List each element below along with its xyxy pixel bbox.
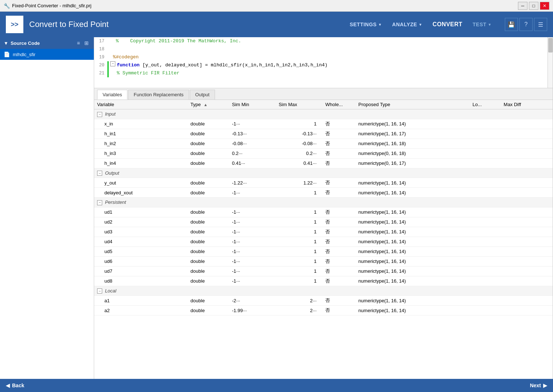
table-row: ud5 double -1··· 1 否 numerictype(1, 16, … [94, 247, 553, 256]
cell-whole: 否 [322, 227, 356, 237]
cell-simmax: 1 [276, 237, 322, 247]
tab-bar: Variables Function Replacements Output [94, 88, 553, 100]
cell-variable: x_in [94, 119, 188, 129]
sidebar-item-mlhdlc-sfir[interactable]: 📄 mlhdlc_sfir [0, 49, 94, 60]
cell-simmin: -1··· [229, 119, 276, 129]
col-header-simmax: Sim Max [276, 100, 322, 109]
table-row: delayed_xout double -1··· 1 否 numerictyp… [94, 188, 553, 198]
cell-whole: 否 [322, 148, 356, 158]
test-button[interactable]: TEST ▼ [468, 19, 496, 30]
table-row: a1 double -2··· 2··· 否 numerictype(1, 16… [94, 296, 553, 306]
title-bar-left: 🔧 Fixed-Point Converter - mlhdlc_sfir.pr… [4, 3, 91, 9]
cell-type: double [188, 148, 229, 158]
cell-variable: ud7 [94, 266, 188, 276]
cell-simmin: -1.99··· [229, 306, 276, 315]
close-button[interactable]: ✕ [540, 2, 549, 10]
col-header-maxdiff: Max Diff [501, 100, 553, 109]
cell-maxdiff [501, 306, 553, 315]
cell-lo [470, 217, 501, 227]
table-row: a2 double -1.99··· 2··· 否 numerictype(1,… [94, 306, 553, 315]
cell-whole: 否 [322, 129, 356, 139]
cell-maxdiff [501, 247, 553, 256]
cell-whole: 否 [322, 178, 356, 188]
collapse-icon[interactable]: ▼ [4, 40, 8, 46]
cell-proposed: numerictype(1, 16, 14) [356, 256, 470, 266]
cell-lo [470, 158, 501, 168]
cell-proposed: numerictype(1, 16, 18) [356, 139, 470, 148]
cell-proposed: numerictype(1, 16, 14) [356, 217, 470, 227]
toolbar: >> Convert to Fixed Point SETTINGS ▼ ANA… [0, 12, 553, 37]
cell-whole: 否 [322, 119, 356, 129]
cell-proposed: numerictype(1, 16, 14) [356, 188, 470, 198]
cell-type: double [188, 207, 229, 217]
analyze-button[interactable]: ANALYZE ▼ [388, 19, 427, 30]
cell-variable: a1 [94, 296, 188, 306]
cell-proposed: numerictype(1, 16, 14) [356, 247, 470, 256]
cell-whole: 否 [322, 296, 356, 306]
cell-lo [470, 266, 501, 276]
cell-maxdiff [501, 227, 553, 237]
expand-group-icon[interactable]: − [97, 200, 102, 205]
next-arrow-icon: ▶ [543, 383, 547, 388]
sidebar: ▼ Source Code ≡ ⊞ 📄 mlhdlc_sfir [0, 37, 94, 379]
cell-simmax: 1.22··· [276, 178, 322, 188]
test-chevron-icon: ▼ [488, 23, 492, 27]
cell-variable: ud8 [94, 276, 188, 286]
menu-button[interactable]: ☰ [534, 18, 547, 31]
help-button[interactable]: ? [519, 18, 533, 31]
expand-code-icon[interactable]: − [110, 61, 115, 66]
cell-simmin: -1··· [229, 237, 276, 247]
list-view-button[interactable]: ≡ [76, 39, 81, 47]
cell-type: double [188, 217, 229, 227]
table-row: ud6 double -1··· 1 否 numerictype(1, 16, … [94, 256, 553, 266]
cell-variable: ud1 [94, 207, 188, 217]
sidebar-header: ▼ Source Code ≡ ⊞ [0, 37, 94, 49]
table-row: ud3 double -1··· 1 否 numerictype(1, 16, … [94, 227, 553, 237]
table-row: ud2 double -1··· 1 否 numerictype(1, 16, … [94, 217, 553, 227]
next-button[interactable]: Next ▶ [530, 383, 547, 388]
main-layout: ▼ Source Code ≡ ⊞ 📄 mlhdlc_sfir 17 % Cop… [0, 37, 553, 379]
col-header-proposed: Proposed Type [356, 100, 470, 109]
code-scrollbar[interactable] [548, 37, 553, 88]
expand-group-icon[interactable]: − [97, 171, 102, 176]
tab-output[interactable]: Output [190, 90, 215, 100]
table-section: Variables Function Replacements Output V… [94, 88, 553, 379]
tab-function-replacements[interactable]: Function Replacements [128, 90, 189, 100]
back-button[interactable]: ◀ Back [6, 383, 24, 388]
expand-group-icon[interactable]: − [97, 288, 102, 294]
sidebar-header-label: Source Code [11, 40, 40, 46]
cell-lo [470, 306, 501, 315]
grid-view-button[interactable]: ⊞ [83, 39, 90, 47]
col-header-whole: Whole... [322, 100, 356, 109]
cell-lo [470, 139, 501, 148]
minimize-button[interactable]: ─ [518, 2, 527, 10]
cell-maxdiff [501, 178, 553, 188]
table-row: h_in1 double -0.13··· -0.13··· 否 numeric… [94, 129, 553, 139]
table-container[interactable]: Variable Type ▲ Sim Min Sim Max Whole...… [94, 100, 553, 379]
logo-arrows: >> [11, 21, 18, 28]
settings-button[interactable]: SETTINGS ▼ [345, 19, 386, 30]
toolbar-logo: >> [6, 16, 23, 33]
cell-simmin: -1··· [229, 188, 276, 198]
cell-whole: 否 [322, 188, 356, 198]
table-row: ud4 double -1··· 1 否 numerictype(1, 16, … [94, 237, 553, 247]
code-area: 17 % Copyright 2011-2019 The MathWorks, … [94, 37, 553, 88]
cell-simmax: 1 [276, 247, 322, 256]
code-scroll-thumb [548, 38, 553, 53]
cell-proposed: numerictype(0, 16, 18) [356, 148, 470, 158]
save-button[interactable]: 💾 [505, 18, 518, 31]
tab-variables[interactable]: Variables [97, 90, 127, 100]
cell-simmin: -1··· [229, 276, 276, 286]
table-row: ud8 double -1··· 1 否 numerictype(1, 16, … [94, 276, 553, 286]
cell-type: double [188, 119, 229, 129]
maximize-button[interactable]: □ [529, 2, 538, 10]
col-header-type[interactable]: Type ▲ [188, 100, 229, 109]
cell-lo [470, 276, 501, 286]
cell-whole: 否 [322, 266, 356, 276]
cell-whole: 否 [322, 276, 356, 286]
settings-chevron-icon: ▼ [378, 23, 382, 27]
cell-variable: delayed_xout [94, 188, 188, 198]
convert-button[interactable]: CONVERT [428, 19, 467, 30]
cell-simmin: 0.2··· [229, 148, 276, 158]
expand-group-icon[interactable]: − [97, 112, 102, 117]
